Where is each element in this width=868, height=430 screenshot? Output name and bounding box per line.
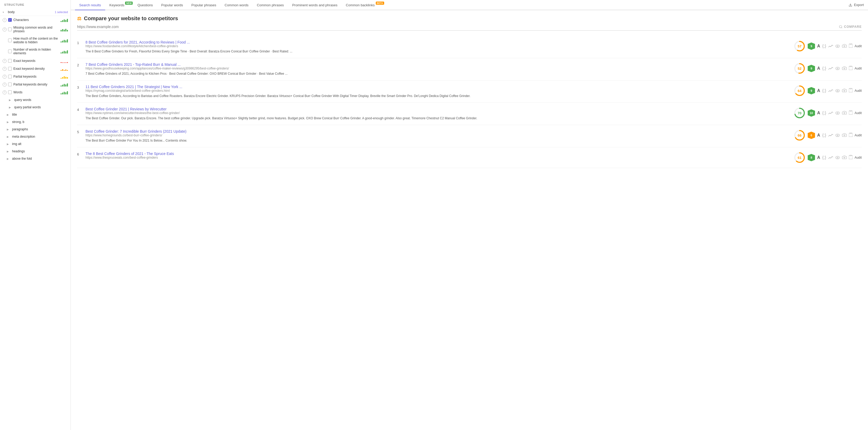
score-circle: 66 (794, 129, 806, 141)
bar4 (65, 62, 66, 63)
schema-icon[interactable]: {;} (823, 111, 826, 115)
sidebar-item-query-partial-words[interactable]: ▶ query partial words (0, 103, 70, 111)
result-title[interactable]: 8 Best Coffee Grinders for 2021, Accordi… (86, 40, 190, 44)
partial-kw-density-checkbox[interactable] (8, 83, 12, 86)
eye-icon[interactable] (835, 111, 840, 115)
schema-icon[interactable]: {;} (823, 155, 826, 160)
schema-icon[interactable]: {;} (823, 44, 826, 49)
trend-icon[interactable] (828, 66, 833, 71)
camera-icon[interactable] (842, 133, 847, 137)
characters-checkbox[interactable] (8, 18, 12, 22)
result-title[interactable]: Best Coffee Grinder: 7 Incredible Burr G… (86, 129, 186, 133)
hidden-content-checkbox[interactable] (8, 38, 12, 42)
compare-url-input[interactable] (77, 25, 839, 29)
sidebar-item-above-fold[interactable]: ▶ above the fold (0, 155, 70, 162)
sidebar-item-characters[interactable]: ? Characters (0, 16, 70, 24)
partial-kw-checkbox[interactable] (8, 75, 12, 79)
sidebar-item-hidden-words[interactable]: Number of words in hidden elements (0, 46, 70, 57)
tab-popular-phrases[interactable]: Popular phrases (187, 0, 221, 10)
camera-icon[interactable] (842, 155, 847, 160)
font-icon[interactable]: A (817, 44, 820, 49)
bar1 (61, 62, 62, 63)
clipboard-icon[interactable] (849, 43, 852, 49)
sidebar-item-meta-description[interactable]: ▶ meta description (0, 133, 70, 140)
tab-common-words[interactable]: Common words (221, 0, 253, 10)
trend-icon[interactable] (828, 155, 833, 160)
eye-icon[interactable] (835, 89, 840, 93)
audit-button[interactable]: Audit (855, 111, 862, 115)
clipboard-icon[interactable] (849, 133, 852, 138)
hidden-words-checkbox[interactable] (8, 50, 12, 53)
audit-button[interactable]: Audit (855, 44, 862, 48)
trend-icon[interactable] (828, 111, 833, 115)
export-button[interactable]: Export (848, 3, 864, 7)
tab-common-backlinks[interactable]: Common backlinks BETA (342, 0, 385, 10)
bar3 (64, 20, 65, 22)
sidebar-item-headings[interactable]: ▶ headings (0, 148, 70, 155)
font-icon[interactable]: A (817, 155, 820, 160)
trend-icon[interactable] (828, 89, 833, 93)
clipboard-icon[interactable] (849, 88, 852, 93)
sidebar-item-strong-b[interactable]: ▶ strong, b (0, 118, 70, 126)
eye-icon[interactable] (835, 133, 840, 137)
schema-icon[interactable]: {;} (823, 133, 826, 137)
sidebar-item-partial-kw-density[interactable]: ? Partial keywords density (0, 81, 70, 88)
bar2 (62, 20, 63, 22)
tab-popular-words[interactable]: Popular words (157, 0, 187, 10)
result-title[interactable]: 7 Best Coffee Grinders 2021 - Top-Rated … (86, 62, 181, 67)
tab-prominent-words[interactable]: Prominent words and phrases (288, 0, 342, 10)
font-icon[interactable]: A (817, 133, 820, 137)
sidebar-item-img-alt[interactable]: ▶ img alt (0, 140, 70, 148)
partial-kw-density-bars (61, 82, 68, 87)
meta-description-label: meta description (12, 135, 68, 139)
sidebar-body-row[interactable]: ▾ body 1 selected (0, 8, 70, 16)
sidebar-item-missing-common[interactable]: ? Missing common words and phrases (0, 24, 70, 35)
audit-button[interactable]: Audit (855, 67, 862, 70)
sidebar-item-partial-kw[interactable]: ? Partial keywords (0, 73, 70, 81)
sidebar-item-query-words[interactable]: ▶ query words (0, 96, 70, 103)
eye-icon[interactable] (835, 155, 840, 160)
sidebar-item-hidden-content[interactable]: How much of the content on the website i… (0, 35, 70, 46)
camera-icon[interactable] (842, 66, 847, 71)
sidebar-item-words[interactable]: ? Words (0, 88, 70, 96)
result-title[interactable]: Best Coffee Grinder 2021 | Reviews by Wi… (86, 107, 166, 111)
bar5 (67, 30, 68, 31)
result-title[interactable]: The 8 Best Coffee Grinders of 2021 - The… (86, 152, 174, 156)
font-icon[interactable]: A (817, 88, 820, 93)
trend-line-icon (828, 89, 833, 92)
tab-common-phrases[interactable]: Common phrases (253, 0, 288, 10)
camera-icon[interactable] (842, 89, 847, 93)
sidebar-item-exact-kw-density[interactable]: ? Exact keyword density (0, 65, 70, 73)
sidebar-item-paragraphs[interactable]: ▶ paragraphs (0, 126, 70, 133)
audit-button[interactable]: Audit (855, 156, 862, 159)
words-checkbox[interactable] (8, 90, 12, 94)
audit-button[interactable]: Audit (855, 133, 862, 137)
schema-icon[interactable]: {;} (823, 66, 826, 71)
sidebar-item-exact-kw[interactable]: ? Exact keywords (0, 57, 70, 65)
clipboard-icon[interactable] (849, 155, 852, 160)
tab-search-results[interactable]: Search results (75, 0, 105, 10)
partial-kw-label: Partial keywords (13, 75, 59, 79)
result-title[interactable]: 11 Best Coffee Grinders 2021 | The Strat… (86, 85, 182, 89)
trend-icon[interactable] (828, 44, 833, 49)
sidebar-item-title[interactable]: ▶ title (0, 111, 70, 118)
schema-icon[interactable]: {;} (823, 88, 826, 93)
audit-button[interactable]: Audit (855, 89, 862, 93)
camera-icon[interactable] (842, 111, 847, 115)
chevron-right-icon: ▶ (7, 150, 10, 153)
trend-icon[interactable] (828, 133, 833, 137)
font-icon[interactable]: A (817, 111, 820, 115)
clipboard-icon[interactable] (849, 111, 852, 116)
tab-keywords[interactable]: Keywords NEW (105, 0, 133, 10)
exact-kw-checkbox[interactable] (8, 59, 12, 63)
eye-icon[interactable] (835, 66, 840, 71)
font-icon[interactable]: A (817, 66, 820, 71)
svg-rect-32 (850, 133, 851, 133)
tab-questions[interactable]: Questions (133, 0, 157, 10)
exact-kw-density-checkbox[interactable] (8, 67, 12, 70)
camera-icon[interactable] (842, 44, 847, 49)
compare-button[interactable]: COMPARE (839, 25, 862, 29)
missing-common-checkbox[interactable] (8, 28, 12, 31)
clipboard-icon[interactable] (849, 66, 852, 71)
eye-icon[interactable] (835, 44, 840, 49)
